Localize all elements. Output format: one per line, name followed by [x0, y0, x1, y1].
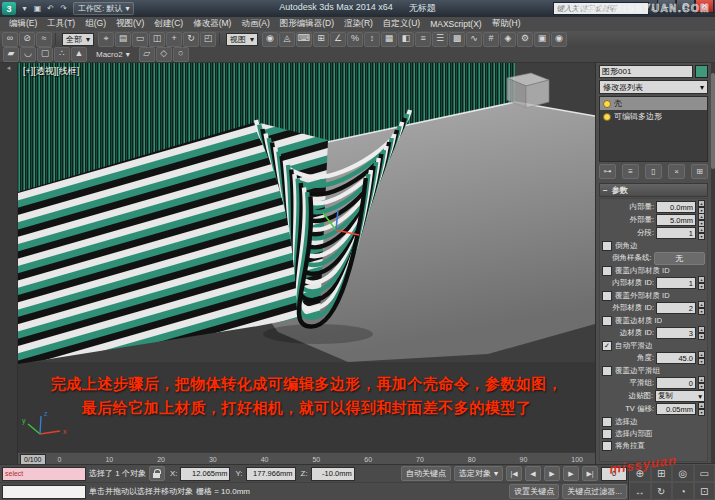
- macro-tool-1-icon[interactable]: ▱: [139, 47, 155, 62]
- macro-tool-3-icon[interactable]: ○: [173, 47, 189, 62]
- keyboard-override-icon[interactable]: ⌨: [296, 32, 312, 47]
- spinner[interactable]: ▴▾: [698, 301, 705, 315]
- window-crossing-icon[interactable]: ◫: [149, 32, 165, 47]
- select-and-move-icon[interactable]: +: [166, 32, 182, 47]
- selection-filter-dropdown[interactable]: 全部▾: [62, 33, 94, 46]
- spinner[interactable]: ▴▾: [698, 376, 705, 390]
- stack-item-shell[interactable]: 壳: [600, 97, 707, 110]
- use-pivot-center-icon[interactable]: ◉: [262, 32, 278, 47]
- inner-material-id-input[interactable]: 1: [656, 277, 696, 289]
- menu-item[interactable]: 创建(C): [149, 17, 188, 31]
- macro-toolbar-dropdown[interactable]: Macro2 ▾: [96, 50, 130, 59]
- remove-modifier-icon[interactable]: ×: [668, 164, 685, 179]
- select-object-icon[interactable]: ⌖: [98, 32, 114, 47]
- freeform-icon[interactable]: ◡: [20, 47, 36, 62]
- save-icon[interactable]: ▣: [31, 2, 44, 15]
- override-edge-id-checkbox[interactable]: [602, 316, 612, 326]
- minimize-button[interactable]: –: [657, 0, 676, 13]
- coord-x-input[interactable]: 12.065mm: [180, 467, 230, 481]
- search-icon[interactable]: ⌕: [651, 4, 655, 14]
- set-key-button[interactable]: 设置关键点: [509, 484, 559, 499]
- max-logo-icon[interactable]: 3: [2, 2, 16, 15]
- modifier-list-dropdown[interactable]: 修改器列表 ▾: [599, 80, 708, 94]
- pan-icon[interactable]: ↔: [629, 482, 651, 500]
- spinner[interactable]: ▴▾: [698, 351, 705, 365]
- redo-icon[interactable]: ↷: [57, 2, 70, 15]
- current-frame-input[interactable]: 0: [601, 467, 627, 481]
- menu-item[interactable]: 动画(A): [236, 17, 274, 31]
- menu-item[interactable]: 组(G): [80, 17, 111, 31]
- angle-snap-icon[interactable]: ∠: [330, 32, 346, 47]
- segments-input[interactable]: 1: [656, 227, 696, 239]
- selection-lock-toggle[interactable]: [149, 466, 165, 481]
- select-and-rotate-icon[interactable]: ↻: [183, 32, 199, 47]
- app-menu-arrow-icon[interactable]: ▾: [18, 2, 31, 15]
- spinner-snap-icon[interactable]: ↕: [364, 32, 380, 47]
- stack-item-editable-poly[interactable]: 可编辑多边形: [600, 110, 707, 123]
- zoom-icon[interactable]: ⊕: [629, 464, 651, 482]
- object-name-field[interactable]: 图形001: [599, 65, 693, 78]
- outer-amount-input[interactable]: 5.0mm: [656, 214, 696, 226]
- object-color-swatch[interactable]: [695, 65, 708, 78]
- schematic-view-icon[interactable]: #: [483, 32, 499, 47]
- key-mode-dropdown[interactable]: 选定对象 ▾: [454, 466, 503, 481]
- smooth-group-input[interactable]: 0: [656, 377, 696, 389]
- menu-item[interactable]: 修改器(M): [188, 17, 236, 31]
- select-and-link-icon[interactable]: ∞: [2, 32, 18, 47]
- select-edges-checkbox[interactable]: [602, 417, 612, 427]
- select-inner-faces-checkbox[interactable]: [602, 429, 612, 439]
- bevel-spline-pick-button[interactable]: 无: [654, 252, 706, 265]
- edge-material-id-input[interactable]: 3: [656, 327, 696, 339]
- menu-item[interactable]: 帮助(H): [487, 17, 526, 31]
- reference-coordinate-dropdown[interactable]: 视图▾: [226, 33, 258, 46]
- tv-offset-input[interactable]: 0.05mm: [656, 403, 696, 415]
- configure-modifier-sets-icon[interactable]: ⊞: [691, 164, 708, 179]
- render-frame-icon[interactable]: ▣: [534, 32, 550, 47]
- edge-map-dropdown[interactable]: 复制 ▾: [655, 390, 705, 402]
- search-input[interactable]: [553, 2, 649, 15]
- modifier-enabled-icon[interactable]: [603, 113, 611, 121]
- spinner[interactable]: ▴▾: [698, 326, 705, 340]
- coord-y-input[interactable]: 177.966mm: [246, 467, 296, 481]
- select-and-scale-icon[interactable]: ◰: [200, 32, 216, 47]
- render-setup-icon[interactable]: ⚙: [517, 32, 533, 47]
- maximize-button[interactable]: ▢: [676, 0, 695, 13]
- track-bar-ruler[interactable]: 0102030405060708090100: [46, 456, 595, 463]
- curve-editor-icon[interactable]: ∿: [466, 32, 482, 47]
- bevel-edges-checkbox[interactable]: [602, 241, 612, 251]
- workspace-dropdown[interactable]: 工作区: 默认 ▾: [73, 2, 134, 15]
- graphite-ribbon-icon[interactable]: ▩: [449, 32, 465, 47]
- menu-item[interactable]: MAXScript(X): [425, 17, 486, 31]
- macro-tool-2-icon[interactable]: ◇: [156, 47, 172, 62]
- zoom-region-icon[interactable]: ▭: [694, 464, 715, 482]
- panel-scrollbar[interactable]: [711, 47, 715, 464]
- previous-frame-icon[interactable]: ◀: [525, 466, 541, 481]
- rectangular-selection-icon[interactable]: ▭: [132, 32, 148, 47]
- spinner[interactable]: ▴▾: [698, 226, 705, 240]
- menu-item[interactable]: 编辑(E): [4, 17, 42, 31]
- selection-panel-icon[interactable]: ▢: [37, 47, 53, 62]
- modifier-enabled-icon[interactable]: [603, 100, 611, 108]
- pin-stack-icon[interactable]: ⊶: [599, 164, 616, 179]
- straighten-corners-checkbox[interactable]: [602, 441, 612, 451]
- inner-amount-input[interactable]: 0.0mm: [656, 201, 696, 213]
- layer-manager-icon[interactable]: ☰: [432, 32, 448, 47]
- override-smooth-group-checkbox[interactable]: [602, 366, 612, 376]
- mirror-icon[interactable]: ◧: [398, 32, 414, 47]
- named-selection-sets-icon[interactable]: ▦: [381, 32, 397, 47]
- perspective-viewport[interactable]: x y z [+][透视][线框] 完成上述步骤后，把物体转化成可编辑多边形，再…: [18, 62, 595, 452]
- menu-item[interactable]: 视图(V): [111, 17, 149, 31]
- menu-item[interactable]: 渲染(R): [339, 17, 378, 31]
- polygon-modeling-icon[interactable]: ▰: [3, 47, 19, 62]
- override-outer-id-checkbox[interactable]: [602, 291, 612, 301]
- select-and-manipulate-icon[interactable]: ◬: [279, 32, 295, 47]
- macro-recorder-strip[interactable]: select: [2, 467, 86, 481]
- maxscript-mini-listener[interactable]: [2, 485, 86, 499]
- next-frame-icon[interactable]: ▶: [563, 466, 579, 481]
- bind-to-space-warp-icon[interactable]: ≈: [36, 32, 52, 47]
- close-button[interactable]: ✕: [695, 0, 714, 13]
- material-editor-icon[interactable]: ◈: [500, 32, 516, 47]
- key-filters-button[interactable]: 关键点过滤器...: [562, 484, 627, 499]
- menu-item[interactable]: 自定义(U): [378, 17, 425, 31]
- select-by-name-icon[interactable]: ▤: [115, 32, 131, 47]
